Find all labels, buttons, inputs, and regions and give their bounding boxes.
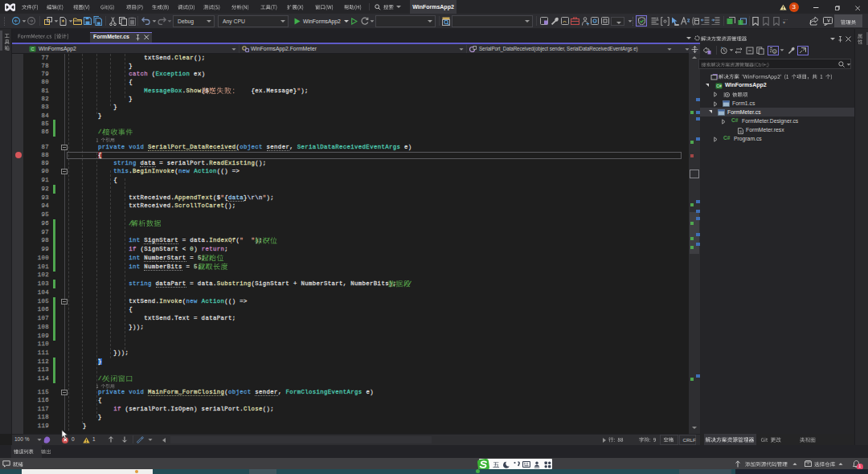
svg-text:C#: C# bbox=[716, 84, 722, 88]
svg-text:C: C bbox=[31, 47, 35, 51]
